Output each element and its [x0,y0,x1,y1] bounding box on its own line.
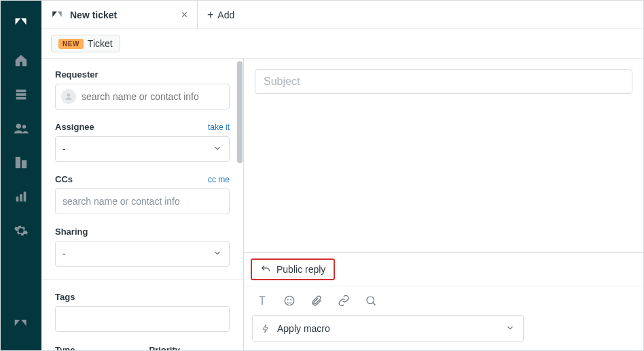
assignee-label: Assignee [55,122,94,132]
ccs-label: CCs [55,174,73,184]
requester-input[interactable] [82,91,223,102]
nav-organizations[interactable] [7,149,35,176]
apply-macro-select[interactable]: Apply macro [252,315,524,342]
attachment-button[interactable] [310,295,323,307]
chevron-down-icon [505,323,515,335]
ticket-content: Public reply [244,58,643,350]
lightning-icon [261,323,270,334]
nav-zendesk-products[interactable] [7,310,35,337]
tab-new-ticket[interactable]: New ticket × [41,1,198,29]
svg-rect-0 [16,90,26,93]
svg-point-3 [16,124,21,129]
svg-rect-1 [16,93,26,96]
requester-field[interactable] [55,84,230,110]
svg-rect-9 [24,192,26,202]
tab-title: New ticket [70,10,175,20]
assignee-value: - [62,144,66,154]
emoji-button[interactable] [283,295,296,307]
link-button[interactable] [338,295,350,307]
reply-mode-label: Public reply [276,264,325,275]
ccs-input[interactable] [55,188,230,214]
ticket-properties-sidebar: Requester Assignee take it [41,58,244,350]
nav-reporting[interactable] [7,183,35,210]
svg-rect-5 [16,157,20,169]
editor-toolbar [244,286,643,315]
status-badge: NEW [58,39,84,49]
subject-input[interactable] [255,69,632,94]
priority-label: Priority [149,345,181,350]
reply-icon [260,264,271,275]
brand-logo[interactable] [7,9,35,36]
svg-point-4 [22,125,26,129]
tags-input[interactable] [55,306,230,332]
sidebar-scrollbar[interactable] [237,61,243,163]
svg-point-13 [291,299,291,300]
sharing-label: Sharing [55,227,88,237]
nav-customers[interactable] [7,115,35,142]
nav-admin[interactable] [7,217,35,244]
sharing-select[interactable]: - [55,241,230,267]
nav-views[interactable] [7,81,35,108]
svg-point-14 [367,297,374,304]
section-divider [41,279,243,280]
requester-label: Requester [55,69,99,80]
svg-rect-6 [22,160,26,168]
nav-rail [1,1,41,350]
assignee-select[interactable]: - [55,136,230,162]
plus-icon: + [207,9,213,21]
user-avatar-placeholder-icon [61,89,76,104]
tab-close-button[interactable]: × [181,9,187,21]
nav-home[interactable] [7,47,35,74]
svg-line-15 [373,303,376,305]
conversation-area [244,94,643,252]
svg-rect-2 [16,97,26,100]
ticket-icon [51,9,63,21]
svg-rect-7 [16,197,19,201]
svg-point-12 [287,299,288,300]
svg-point-10 [67,93,71,97]
search-button[interactable] [365,295,377,307]
cc-me-link[interactable]: cc me [208,175,230,184]
text-format-button[interactable] [256,295,268,307]
page-header: NEW Ticket [41,29,643,58]
tab-add-label: Add [217,10,234,20]
tab-add-button[interactable]: + Add [198,1,244,29]
sharing-value: - [62,248,66,259]
chevron-down-icon [213,144,222,155]
type-label: Type [55,345,75,350]
svg-rect-8 [20,194,22,201]
ticket-status-pill[interactable]: NEW Ticket [51,35,120,52]
reply-mode-selector[interactable]: Public reply [251,258,335,280]
status-text: Ticket [88,38,113,49]
chevron-down-icon [213,248,222,260]
svg-point-11 [285,296,294,305]
reply-mode-bar: Public reply [244,252,643,286]
apply-macro-label: Apply macro [277,323,330,334]
take-it-link[interactable]: take it [208,122,230,132]
tabstrip: New ticket × + Add [41,1,643,29]
tags-label: Tags [55,292,75,302]
